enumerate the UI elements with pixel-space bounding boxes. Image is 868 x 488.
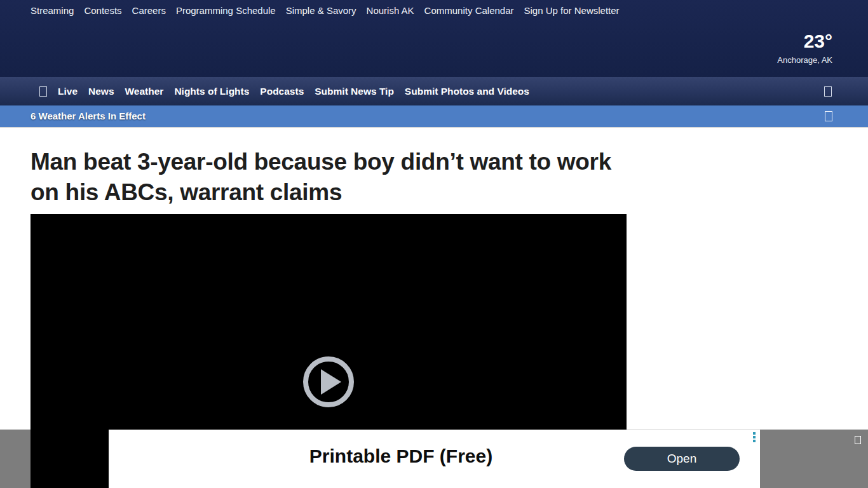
menu-icon[interactable] (39, 86, 47, 97)
weather-location: Anchorage, AK (777, 55, 832, 65)
topbar-link-careers[interactable]: Careers (132, 5, 166, 16)
close-ad-icon[interactable] (855, 436, 861, 444)
nav-item-weather[interactable]: Weather (125, 86, 164, 97)
topbar-link-contests[interactable]: Contests (84, 5, 121, 16)
sticky-ad-bar-left (0, 430, 31, 488)
nav-item-news[interactable]: News (88, 86, 114, 97)
nav-item-podcasts[interactable]: Podcasts (260, 86, 304, 97)
ad-open-button[interactable]: Open (624, 447, 740, 471)
weather-alert-bar[interactable]: 6 Weather Alerts In Effect (0, 105, 868, 128)
ad-headline[interactable]: Printable PDF (Free) (204, 445, 598, 467)
ad-banner[interactable]: Printable PDF (Free) Open (109, 430, 760, 488)
topbar-link-streaming[interactable]: Streaming (31, 5, 74, 16)
topbar-link-community-calendar[interactable]: Community Calendar (424, 5, 514, 16)
topbar-link-programming-schedule[interactable]: Programming Schedule (176, 5, 276, 16)
nav-item-live[interactable]: Live (58, 86, 78, 97)
topbar-link-nourish-ak[interactable]: Nourish AK (367, 5, 414, 16)
sticky-ad-bar-right (760, 430, 868, 488)
utility-nav: Streaming Contests Careers Programming S… (31, 5, 620, 16)
search-icon[interactable] (824, 86, 832, 97)
nav-item-nights-of-lights[interactable]: Nights of Lights (174, 86, 249, 97)
topbar-link-newsletter-signup[interactable]: Sign Up for Newsletter (524, 5, 620, 16)
weather-widget[interactable]: 23° Anchorage, AK (777, 31, 832, 65)
nav-item-submit-news-tip[interactable]: Submit News Tip (315, 86, 394, 97)
main-nav-bar: Live News Weather Nights of Lights Podca… (0, 77, 868, 105)
nav-item-submit-photos-videos[interactable]: Submit Photos and Videos (405, 86, 529, 97)
top-utility-bar: Streaming Contests Careers Programming S… (0, 0, 868, 77)
topbar-link-simple-and-savory[interactable]: Simple & Savory (286, 5, 356, 16)
current-temperature: 23° (777, 31, 832, 51)
play-triangle (321, 369, 341, 395)
alert-chevron-icon[interactable] (825, 111, 832, 121)
article-headline: Man beat 3-year-old because boy didn’t w… (31, 147, 628, 208)
ad-options-dots-icon[interactable] (753, 432, 756, 442)
play-icon[interactable] (303, 356, 354, 407)
weather-alert-text: 6 Weather Alerts In Effect (31, 111, 146, 121)
